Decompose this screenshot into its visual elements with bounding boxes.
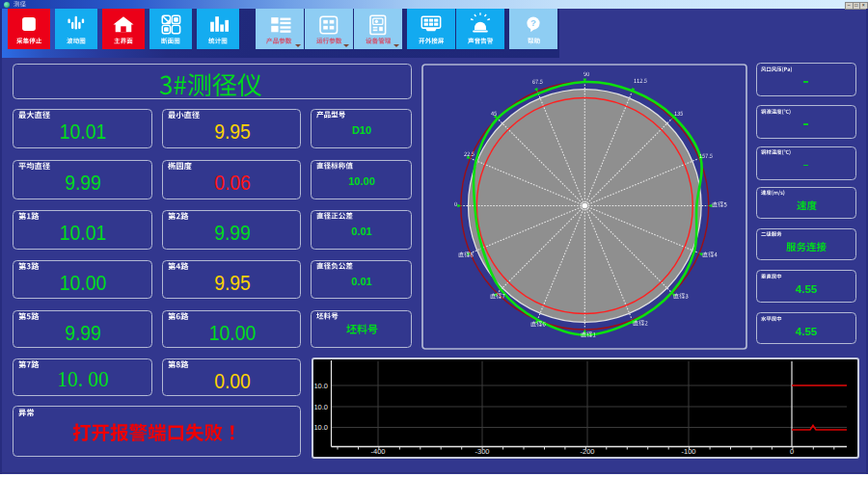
svg-text:10.0: 10.0	[313, 403, 328, 411]
svg-text:-100: -100	[681, 447, 695, 456]
svg-text:0: 0	[790, 447, 794, 456]
svg-text:-400: -400	[370, 447, 385, 456]
svg-text:10.0: 10.0	[313, 423, 328, 432]
svg-text:?: ?	[530, 17, 536, 28]
svg-text:-300: -300	[475, 447, 489, 456]
svg-text:10.0: 10.0	[313, 382, 328, 390]
svg-text:-200: -200	[580, 447, 594, 456]
